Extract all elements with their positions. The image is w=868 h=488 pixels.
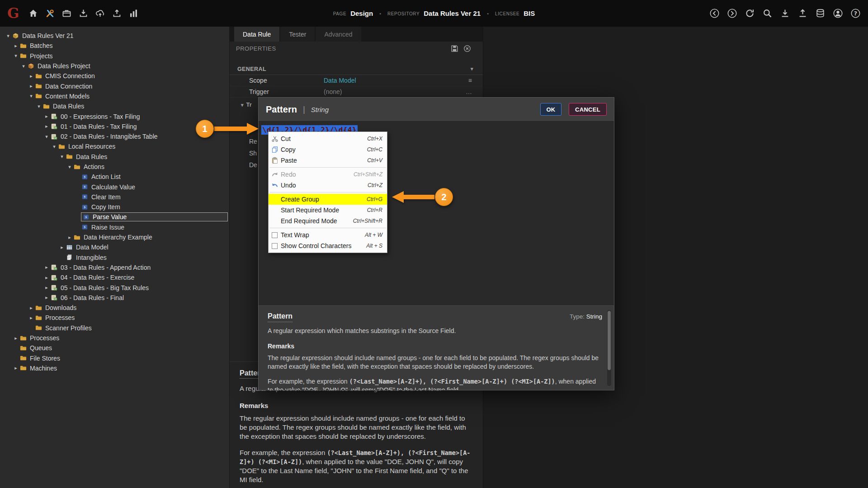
tree-item-data-rules-project[interactable]: ▾Data Rules Project [0, 61, 229, 71]
menu-item-end-required-mode[interactable]: End Required ModeCtrl+Shift+R [269, 216, 387, 226]
general-section-header[interactable]: GENERAL ▾ [230, 63, 483, 75]
tree-item-downloads[interactable]: ▸Downloads [0, 303, 229, 313]
tree-item-data-connection[interactable]: ▸Data Connection [0, 81, 229, 91]
database-icon[interactable] [815, 8, 826, 19]
property-row-scope[interactable]: ScopeData Model≡ [230, 75, 483, 86]
tree-item-batches[interactable]: ▸Batches [0, 41, 229, 51]
search-icon[interactable] [762, 8, 773, 19]
property-value[interactable]: Data Model [324, 77, 468, 84]
close-icon[interactable] [463, 45, 471, 52]
expand-arrow-icon[interactable]: ▸ [12, 335, 19, 341]
tree-item-machines[interactable]: ▸Machines [0, 363, 229, 373]
upload-icon[interactable] [797, 8, 808, 19]
expand-arrow-icon[interactable]: ▸ [43, 113, 50, 119]
tree-item-02-data-rules-intangibles-table[interactable]: ▾02 - Data Rules - Intangibles Table [0, 131, 229, 141]
tree-item-calculate-value[interactable]: Calculate Value [0, 182, 229, 192]
import-icon[interactable] [78, 8, 89, 19]
row-menu-icon[interactable]: ≡ [468, 77, 472, 84]
tab-data-rule[interactable]: Data Rule [234, 27, 279, 42]
tree-item-data-rules[interactable]: ▾Data Rules [0, 101, 229, 111]
expand-arrow-icon[interactable]: ▸ [58, 244, 66, 250]
collapse-arrow-icon[interactable]: ▾ [58, 154, 66, 160]
tree-item-01-data-rules-tax-filing[interactable]: ▸01 - Data Rules - Tax Filing [0, 122, 229, 131]
tree-item-action-list[interactable]: Action List [0, 172, 229, 182]
collapse-arrow-icon[interactable]: ▾ [20, 63, 27, 69]
expand-arrow-icon[interactable]: ▸ [12, 365, 19, 371]
tree-item-data-hierarchy-example[interactable]: ▸Data Hierarchy Example [0, 232, 229, 242]
tab-tester[interactable]: Tester [280, 27, 315, 42]
expand-arrow-icon[interactable]: ▸ [43, 264, 50, 270]
menu-item-create-group[interactable]: Create GroupCtrl+G [269, 194, 387, 205]
collapse-arrow-icon[interactable]: ▾ [5, 33, 12, 39]
partial-section-row[interactable]: ▾Tr [241, 101, 252, 110]
cloud-upload-icon[interactable] [95, 8, 105, 19]
menu-item-copy[interactable]: CopyCtrl+C [269, 144, 387, 155]
refresh-icon[interactable] [745, 8, 755, 19]
collapse-arrow-icon[interactable]: ▾ [43, 134, 50, 140]
download-icon[interactable] [780, 8, 790, 19]
tree-item-06-data-rules-final[interactable]: ▸06 - Data Rules - Final [0, 293, 229, 303]
tree-item-raise-issue[interactable]: Raise Issue [0, 222, 229, 232]
cancel-button[interactable]: CANCEL [569, 103, 607, 116]
back-icon[interactable] [709, 8, 720, 19]
tree-item-data-model[interactable]: ▸Data Model [0, 242, 229, 252]
export-icon[interactable] [112, 8, 122, 19]
expand-arrow-icon[interactable]: ▸ [12, 43, 19, 49]
tree-item-parse-value[interactable]: Parse Value [0, 212, 229, 222]
batches-icon[interactable] [61, 8, 72, 19]
expand-arrow-icon[interactable]: ▸ [28, 83, 35, 89]
tree-item-00-expressions-tax-filing[interactable]: ▸00 - Expressions - Tax Filing [0, 111, 229, 121]
menu-item-show-control-characters[interactable]: Show Control CharactersAlt + S [269, 240, 387, 251]
expand-arrow-icon[interactable]: ▸ [43, 275, 50, 281]
collapse-arrow-icon[interactable]: ▾ [28, 93, 35, 99]
expand-arrow-icon[interactable]: ▸ [43, 295, 50, 300]
menu-item-paste[interactable]: PasteCtrl+V [269, 155, 387, 166]
chevron-down-icon[interactable]: ▾ [471, 66, 473, 72]
expand-arrow-icon[interactable]: ▸ [43, 285, 50, 291]
ellipsis-icon[interactable]: … [466, 88, 472, 95]
tree-item-intangibles[interactable]: Intangibles [0, 253, 229, 263]
tree-item-processes[interactable]: ▸Processes [0, 313, 229, 323]
ok-button[interactable]: OK [540, 103, 562, 116]
home-icon[interactable] [28, 8, 38, 19]
checkbox-unchecked[interactable] [272, 232, 278, 238]
tree-item-local-resources[interactable]: ▾Local Resources [0, 141, 229, 151]
tree-item-data-rules-ver-21[interactable]: ▾Data Rules Ver 21 [0, 31, 229, 41]
menu-item-cut[interactable]: CutCtrl+X [269, 133, 387, 144]
property-row-trigger[interactable]: Trigger(none)… [230, 86, 483, 98]
expand-arrow-icon[interactable]: ▸ [28, 305, 35, 311]
tree-item-05-data-rules-big-tax-rules[interactable]: ▸05 - Data Rules - Big Tax Rules [0, 282, 229, 292]
design-tools-icon[interactable] [45, 8, 55, 19]
menu-item-text-wrap[interactable]: Text WrapAlt + W [269, 230, 387, 240]
help-scrollbar[interactable] [607, 310, 611, 386]
user-icon[interactable] [833, 8, 843, 19]
tree-item-content-models[interactable]: ▾Content Models [0, 91, 229, 101]
tab-advanced[interactable]: Advanced [316, 27, 361, 42]
save-icon[interactable] [451, 45, 458, 52]
tree-item-scanner-profiles[interactable]: Scanner Profiles [0, 323, 229, 333]
tree-item-processes[interactable]: ▸Processes [0, 333, 229, 343]
tree-item-data-rules[interactable]: ▾Data Rules [0, 152, 229, 162]
property-value[interactable]: (none) [324, 88, 466, 95]
stats-icon[interactable] [128, 8, 139, 19]
menu-item-undo[interactable]: UndoCtrl+Z [269, 180, 387, 191]
collapse-arrow-icon[interactable]: ▾ [35, 103, 42, 109]
collapse-arrow-icon[interactable]: ▾ [66, 164, 73, 170]
tree-item-03-data-rules-append-action[interactable]: ▸03 - Data Rules - Append Action [0, 263, 229, 272]
tree-item-clear-item[interactable]: Clear Item [0, 192, 229, 202]
collapse-arrow-icon[interactable]: ▾ [12, 53, 19, 59]
page-value[interactable]: Design [350, 9, 373, 17]
menu-item-start-required-mode[interactable]: Start Required ModeCtrl+R [269, 205, 387, 216]
collapse-arrow-icon[interactable]: ▾ [51, 144, 58, 150]
expand-arrow-icon[interactable]: ▸ [28, 73, 35, 79]
expand-arrow-icon[interactable]: ▸ [43, 123, 50, 129]
menu-item-redo[interactable]: RedoCtrl+Shift+Z [269, 169, 387, 180]
expand-arrow-icon[interactable]: ▸ [28, 315, 35, 321]
tree-item-cmis-connection[interactable]: ▸CMIS Connection [0, 71, 229, 81]
scrollbar-thumb[interactable] [608, 311, 611, 370]
checkbox-unchecked[interactable] [272, 243, 278, 249]
tree-item-projects[interactable]: ▾Projects [0, 51, 229, 61]
tree-item-copy-item[interactable]: Copy Item [0, 202, 229, 212]
forward-icon[interactable] [727, 8, 737, 19]
tree-item-queues[interactable]: Queues [0, 343, 229, 353]
